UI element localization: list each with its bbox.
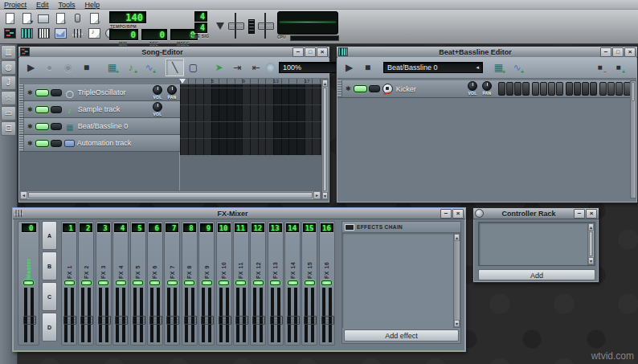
computer-icon[interactable]: ⊡ <box>1 121 16 136</box>
bank-button[interactable]: B <box>42 252 57 280</box>
fx-fader[interactable] <box>98 288 109 342</box>
fx-channel-led[interactable] <box>98 280 108 285</box>
fx-fader[interactable] <box>184 288 195 342</box>
fx-fader[interactable] <box>149 288 161 342</box>
minimize-button[interactable] <box>600 47 611 57</box>
pattern-selector-combobox[interactable]: Beat/Bassline 0 <box>383 62 483 73</box>
master-channel-led[interactable] <box>23 280 34 285</box>
automation-editor-toggle-button[interactable] <box>52 27 68 40</box>
beat-step-cell[interactable] <box>590 82 597 96</box>
fx-channel-led[interactable] <box>149 280 160 285</box>
fader-handle[interactable] <box>270 316 283 325</box>
track-mute-led[interactable] <box>354 85 367 92</box>
export-midi-button[interactable]: ♪ <box>86 11 102 25</box>
fader-handle[interactable] <box>235 316 248 325</box>
bank-button[interactable]: D <box>42 313 57 342</box>
fader-handle[interactable] <box>201 316 214 325</box>
menu-item[interactable]: Tools <box>59 1 76 9</box>
fader-handle[interactable] <box>184 316 197 325</box>
track-mute-led[interactable] <box>35 106 49 113</box>
goto-end-button[interactable]: ⇥ <box>228 59 247 76</box>
beat-step-cell[interactable] <box>532 82 539 96</box>
beat-step-cell[interactable] <box>556 82 563 96</box>
bb-editor-titlebar[interactable]: Beat+Bassline Editor <box>337 47 637 58</box>
fx-fader[interactable] <box>80 288 92 342</box>
fx-channel-led[interactable] <box>305 280 315 285</box>
fx-channel-strip[interactable]: 15 FX 15 <box>301 221 317 346</box>
fx-channel-strip[interactable]: 2 FX 2 <box>78 221 94 346</box>
effects-chain-enable-checkbox[interactable] <box>345 224 354 231</box>
scrollbar-thumb[interactable] <box>323 88 327 191</box>
knob-dial[interactable] <box>468 81 477 91</box>
master-pitch-handle[interactable] <box>258 22 274 30</box>
fx-channel-strip[interactable]: 11 FX 11 <box>233 221 249 346</box>
song-track-row[interactable]: Sample track VOL <box>19 101 180 118</box>
close-button[interactable] <box>452 209 464 219</box>
fx-channel-strip[interactable]: 12 FX 12 <box>250 221 266 346</box>
track-name[interactable]: Beat/Bassline 0 <box>78 122 129 130</box>
track-solo-led[interactable] <box>369 85 380 92</box>
add-controller-button[interactable]: Add <box>478 269 595 280</box>
track-grip-handle[interactable] <box>337 80 342 97</box>
song-editor-toggle-button[interactable] <box>2 27 18 40</box>
fx-channel-led[interactable] <box>321 280 332 285</box>
open-project-button[interactable]: ▾ <box>18 11 35 25</box>
maximize-button[interactable] <box>612 47 624 57</box>
fx-channel-led[interactable] <box>219 280 229 285</box>
add-automation-track-button[interactable]: ∿ + <box>140 59 158 76</box>
fader-handle[interactable] <box>98 316 111 325</box>
scroll-down-button[interactable] <box>322 192 328 199</box>
fx-channel-led[interactable] <box>202 280 212 285</box>
track-solo-led[interactable] <box>51 89 62 96</box>
fx-channel-led[interactable] <box>235 280 246 285</box>
stop-button[interactable]: ■ <box>77 59 96 76</box>
scrollbar-track[interactable] <box>322 87 328 192</box>
track-grip-handle[interactable] <box>19 118 24 134</box>
track-actions-gear-icon[interactable] <box>27 140 33 147</box>
fx-channel-led[interactable] <box>64 280 75 285</box>
track-volume-knob[interactable]: VOL <box>153 85 162 100</box>
fx-channel-strip[interactable]: 1 FX 1 <box>61 221 77 346</box>
new-project-button[interactable] <box>2 11 18 25</box>
track-name[interactable]: Sample track <box>78 105 121 113</box>
track-pan-knob[interactable]: PAN <box>167 85 177 100</box>
knob-dial[interactable] <box>167 85 177 95</box>
fx-fader[interactable] <box>115 288 126 342</box>
close-button[interactable] <box>586 209 597 219</box>
fx-fader[interactable] <box>252 288 264 342</box>
stop-button[interactable]: ■ <box>358 59 377 76</box>
fx-fader[interactable] <box>63 288 75 342</box>
knob-dial[interactable] <box>153 85 162 95</box>
track-mute-led[interactable] <box>35 140 49 147</box>
fx-channel-led[interactable] <box>81 280 92 285</box>
bb-vertical-scrollbar[interactable] <box>630 80 636 198</box>
track-mute-led[interactable] <box>35 89 49 96</box>
song-track-row[interactable]: Beat/Bassline 0 <box>19 118 180 135</box>
track-name[interactable]: TripleOscillator <box>78 88 126 96</box>
fx-fader[interactable] <box>321 288 333 342</box>
menu-item[interactable]: Project <box>4 1 27 9</box>
remove-steps-button[interactable]: ■ − <box>591 59 609 76</box>
fader-handle[interactable] <box>63 316 76 325</box>
add-sample-track-button[interactable]: ♪ + <box>121 59 140 76</box>
track-actions-gear-icon[interactable] <box>346 85 351 92</box>
scroll-right-button[interactable] <box>313 191 321 199</box>
master-fader[interactable] <box>23 288 35 342</box>
menu-item[interactable]: Help <box>85 1 100 9</box>
track-pan-knob[interactable]: PAN <box>482 81 492 96</box>
bank-button[interactable]: A <box>42 221 57 250</box>
fx-mixer-titlebar[interactable]: FX-Mixer <box>13 208 465 219</box>
fx-channel-strip[interactable]: 10 FX 10 <box>216 221 232 346</box>
home-folder-icon[interactable]: ▭ <box>1 106 16 121</box>
fader-handle[interactable] <box>321 316 334 325</box>
fx-channel-strip[interactable]: 13 FX 13 <box>268 221 284 346</box>
beat-step-cell[interactable] <box>599 82 607 96</box>
fx-channel-led[interactable] <box>184 280 194 285</box>
beat-step-cell[interactable] <box>506 82 513 96</box>
fx-fader[interactable] <box>166 288 178 342</box>
bb-track-row[interactable]: Kicker VOL PAN <box>337 80 632 98</box>
play-button[interactable]: ▶ <box>340 59 358 76</box>
add-steps-button[interactable]: ■ + <box>609 59 628 76</box>
fx-fader[interactable] <box>270 288 281 342</box>
fx-channel-led[interactable] <box>133 280 143 285</box>
